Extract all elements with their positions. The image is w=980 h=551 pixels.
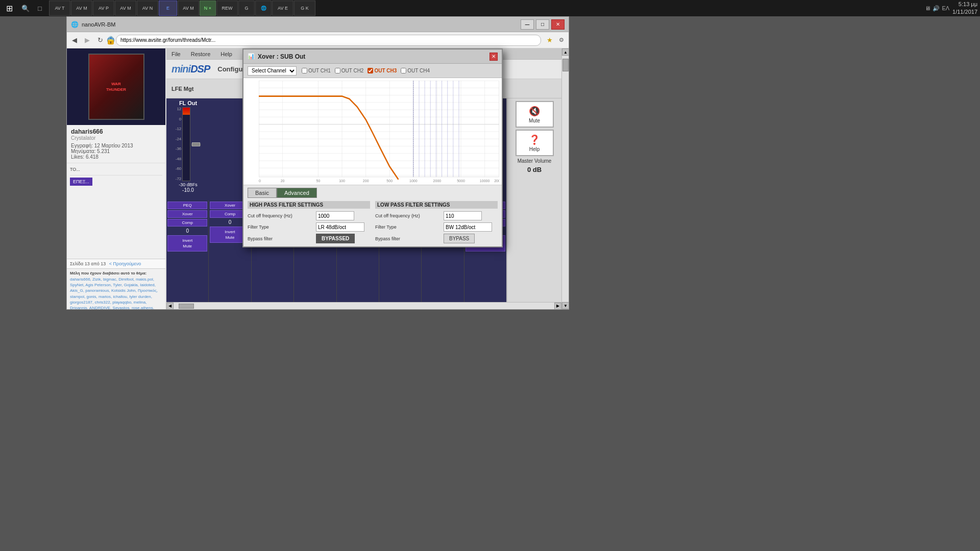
browser-menu-icon[interactable]: ⚙: [556, 35, 567, 46]
forum-text: ΤΟ...: [70, 166, 162, 173]
restore-menu[interactable]: Restore: [186, 50, 216, 58]
bookmark-star-icon[interactable]: ★: [545, 35, 555, 46]
taskbar-g2-icon[interactable]: G K: [294, 1, 315, 16]
taskbar-ie-icon[interactable]: E: [159, 1, 177, 16]
ch4-checkbox-label[interactable]: OUT CH4: [401, 68, 430, 73]
strip1-comp[interactable]: Comp: [167, 219, 207, 227]
strip1-peq[interactable]: PEQ: [167, 202, 207, 209]
secure-icon: 🔒: [107, 37, 114, 44]
help-menu[interactable]: Help: [215, 50, 237, 58]
taskbar-system-icons: 🖥🔊ΕΛ: [925, 5, 949, 12]
db-mark-0: 0: [176, 117, 182, 121]
hpf-title: HIGH PASS FILTER SETTINGS: [248, 201, 370, 209]
xover-graph-svg: 3 0 -3 -6 -9 -12 -15 -18 -21 -24 -27 -30: [259, 81, 499, 185]
mute-button[interactable]: 🔇 Mute: [516, 101, 554, 128]
lpf-settings: LOW PASS FILTER SETTINGS Cut off frequen…: [375, 201, 498, 243]
db-mark-36n: -36: [176, 147, 182, 151]
svg-text:20000: 20000: [494, 179, 499, 183]
advanced-tab[interactable]: Advanced: [277, 188, 317, 198]
scrollbar-thumb-h[interactable]: [179, 304, 194, 309]
hpf-bypass-label: Bypass filter: [248, 236, 314, 241]
xover-title-icon: 📊: [248, 53, 255, 60]
fl-fader-value: -10.0: [182, 187, 194, 193]
db-mark-72n: -72: [176, 177, 182, 181]
lfe-label: LFE Mgt: [172, 86, 193, 92]
xover-close-button[interactable]: ✕: [489, 53, 498, 61]
strip1-value: 0: [185, 227, 190, 235]
channel-strip-1: PEQ Xover Comp 0 InvertMute: [166, 201, 209, 302]
lpf-cutoff-input[interactable]: [444, 211, 482, 220]
ch3-checkbox[interactable]: [368, 68, 373, 73]
taskbar-av3-icon[interactable]: AV P: [93, 1, 114, 16]
db-mark-12: 12: [176, 107, 182, 111]
scrollbar-down-arrow[interactable]: ▼: [562, 302, 569, 309]
taskbar-av4-icon[interactable]: AV M: [115, 1, 136, 16]
refresh-button[interactable]: ↻: [94, 35, 106, 46]
channel-selector-bar: Select Channel OUT CH1 OUT CH2 OUT CH3: [243, 64, 502, 78]
fl-db-reading: -30 dBFs: [179, 182, 198, 187]
ch2-checkbox-label[interactable]: OUT CH2: [335, 68, 364, 73]
fl-out-label: FL Out: [179, 100, 197, 106]
lpf-bypass-button[interactable]: BYPASS: [444, 234, 475, 243]
horizontal-scrollbar[interactable]: ◀ ▶: [166, 302, 561, 309]
user-join-date: Εγγραφή: 12 Μαρτίου 2013: [71, 143, 161, 148]
taskbar-av7-icon[interactable]: AV E: [272, 1, 293, 16]
taskbar-av2-icon[interactable]: AV M: [71, 1, 92, 16]
page-info: Σελίδα 13 από 13: [70, 261, 106, 266]
taskbar-av5-icon[interactable]: AV N: [137, 1, 158, 16]
hpf-settings: HIGH PASS FILTER SETTINGS Cut off freque…: [248, 201, 370, 243]
taskbar-av6-icon[interactable]: AV M: [178, 1, 199, 16]
hpf-type-label: Filter Type: [248, 224, 314, 230]
help-button[interactable]: ❓ Help: [516, 130, 554, 156]
ch1-checkbox-label[interactable]: OUT CH1: [302, 68, 331, 73]
lpf-type-input[interactable]: [444, 222, 492, 232]
svg-text:20: 20: [281, 179, 285, 183]
taskbar-g-icon[interactable]: G: [238, 1, 255, 16]
ch3-checkbox-label[interactable]: OUT CH3: [368, 68, 397, 73]
taskbar-n-icon[interactable]: N ×: [200, 1, 216, 16]
ch1-checkbox[interactable]: [302, 68, 307, 73]
ch4-checkbox[interactable]: [401, 68, 406, 73]
close-button[interactable]: ✕: [551, 19, 565, 30]
xover-titlebar: 📊 Xover : SUB Out ✕: [243, 49, 502, 64]
scrollbar-thumb-v[interactable]: [562, 59, 569, 71]
help-icon: ❓: [529, 134, 540, 145]
hpf-cutoff-input[interactable]: [316, 211, 354, 220]
vertical-scrollbar[interactable]: ▲ ▼: [561, 48, 569, 309]
fl-fader[interactable]: [191, 107, 201, 181]
taskbar-av-icon[interactable]: AV T: [49, 1, 70, 16]
start-button[interactable]: ⊞: [0, 0, 18, 16]
prev-page-button[interactable]: < Προηγούμενο: [109, 261, 141, 266]
forward-button[interactable]: ▶: [82, 35, 93, 46]
lpf-type-label: Filter Type: [375, 224, 442, 230]
browser-toolbar: ◀ ▶ ↻ 🔒 ★ ⚙: [67, 32, 569, 48]
minimize-button[interactable]: ─: [521, 19, 534, 30]
strip1-xover[interactable]: Xover: [167, 210, 207, 218]
help-label: Help: [529, 146, 540, 152]
lpf-bypass-label: Bypass filter: [375, 236, 442, 241]
select-channel-dropdown[interactable]: Select Channel: [248, 66, 297, 76]
file-menu[interactable]: File: [166, 50, 186, 58]
strip1-invert-mute[interactable]: InvertMute: [167, 235, 207, 252]
db-mark-60n: -60: [176, 167, 182, 171]
scrollbar-track: [174, 304, 554, 309]
search-icon[interactable]: 🔍: [18, 0, 33, 16]
taskbar-rew-icon[interactable]: REW: [216, 1, 238, 16]
address-bar[interactable]: [116, 35, 541, 46]
reply-button[interactable]: ΕΠΕΞ...: [70, 178, 92, 186]
ch2-checkbox[interactable]: [335, 68, 340, 73]
task-view-icon[interactable]: □: [33, 0, 47, 16]
scrollbar-up-arrow[interactable]: ▲: [562, 48, 569, 56]
scrollbar-left-arrow[interactable]: ◀: [166, 303, 174, 310]
back-button[interactable]: ◀: [69, 35, 80, 46]
mute-icon: 🔇: [529, 106, 540, 117]
maximize-button[interactable]: □: [536, 19, 549, 30]
db-mark-48n: -48: [176, 157, 182, 161]
svg-text:500: 500: [386, 179, 393, 183]
hpf-type-input[interactable]: [316, 222, 364, 232]
basic-tab[interactable]: Basic: [248, 188, 277, 198]
fl-out-panel: FL Out 12 0 -12 -24 -36 -48 -60: [166, 98, 210, 201]
hpf-bypass-button[interactable]: BYPASSED: [316, 234, 355, 243]
scrollbar-right-arrow[interactable]: ▶: [554, 303, 561, 310]
taskbar-e2-icon[interactable]: 🌐: [255, 1, 272, 16]
